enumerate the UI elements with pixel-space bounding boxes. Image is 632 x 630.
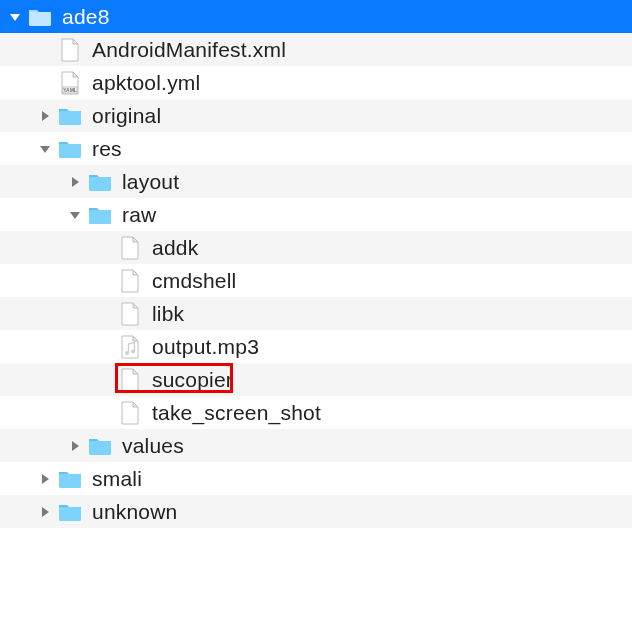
svg-rect-19 — [59, 507, 81, 521]
svg-rect-9 — [89, 177, 111, 191]
disclosure-closed-icon[interactable] — [38, 109, 52, 123]
tree-row-label: raw — [122, 203, 156, 227]
svg-marker-10 — [70, 212, 80, 219]
tree-row[interactable]: addk — [0, 231, 632, 264]
indent — [8, 478, 38, 479]
svg-marker-0 — [10, 14, 20, 21]
svg-rect-15 — [89, 441, 111, 455]
tree-row[interactable]: unknown — [0, 495, 632, 528]
folder-icon — [88, 170, 112, 194]
tree-row-label: values — [122, 434, 184, 458]
file-icon — [118, 302, 142, 326]
svg-rect-1 — [29, 12, 51, 26]
indent — [8, 247, 98, 248]
svg-rect-7 — [59, 144, 81, 158]
file-icon — [118, 236, 142, 260]
tree-row-label: libk — [152, 302, 184, 326]
file-icon — [118, 401, 142, 425]
folder-icon — [88, 203, 112, 227]
indent — [8, 412, 98, 413]
svg-marker-6 — [40, 146, 50, 153]
tree-row[interactable]: original — [0, 99, 632, 132]
yaml-file-icon: YAML — [58, 71, 82, 95]
svg-marker-18 — [42, 507, 49, 517]
disclosure-closed-icon[interactable] — [68, 439, 82, 453]
tree-row-label: layout — [122, 170, 179, 194]
file-icon — [118, 269, 142, 293]
tree-row[interactable]: AndroidManifest.xml — [0, 33, 632, 66]
folder-icon — [88, 434, 112, 458]
indent — [8, 49, 38, 50]
folder-icon — [58, 467, 82, 491]
indent — [8, 148, 38, 149]
tree-row[interactable]: output.mp3 — [0, 330, 632, 363]
indent — [8, 280, 98, 281]
tree-row-label: res — [92, 137, 122, 161]
tree-row[interactable]: libk — [0, 297, 632, 330]
svg-marker-8 — [72, 177, 79, 187]
disclosure-closed-icon[interactable] — [38, 472, 52, 486]
folder-icon — [28, 5, 52, 29]
svg-marker-14 — [72, 441, 79, 451]
tree-row[interactable]: YAML apktool.yml — [0, 66, 632, 99]
tree-row-label: AndroidManifest.xml — [92, 38, 286, 62]
tree-row[interactable]: smali — [0, 462, 632, 495]
tree-row[interactable]: values — [0, 429, 632, 462]
indent — [8, 313, 98, 314]
disclosure-open-icon[interactable] — [8, 10, 22, 24]
indent — [8, 346, 98, 347]
svg-rect-5 — [59, 111, 81, 125]
folder-icon — [58, 500, 82, 524]
tree-row-label: ade8 — [62, 5, 110, 29]
tree-row-label: take_screen_shot — [152, 401, 321, 425]
tree-row-label: unknown — [92, 500, 177, 524]
svg-text:YAML: YAML — [63, 86, 77, 92]
indent — [8, 181, 68, 182]
disclosure-closed-icon[interactable] — [68, 175, 82, 189]
svg-rect-11 — [89, 210, 111, 224]
file-icon — [118, 368, 142, 392]
indent — [8, 511, 38, 512]
tree-row-label: apktool.yml — [92, 71, 200, 95]
indent — [8, 445, 68, 446]
tree-row[interactable]: ade8 — [0, 0, 632, 33]
indent — [8, 214, 68, 215]
tree-row-label: cmdshell — [152, 269, 236, 293]
file-tree: ade8 AndroidManifest.xml YAML apktool.ym… — [0, 0, 632, 528]
tree-row-label: original — [92, 104, 161, 128]
file-icon — [58, 38, 82, 62]
disclosure-open-icon[interactable] — [68, 208, 82, 222]
tree-row[interactable]: take_screen_shot — [0, 396, 632, 429]
indent — [8, 82, 38, 83]
tree-row-label: smali — [92, 467, 142, 491]
folder-icon — [58, 137, 82, 161]
tree-row[interactable]: layout — [0, 165, 632, 198]
audio-file-icon — [118, 335, 142, 359]
disclosure-open-icon[interactable] — [38, 142, 52, 156]
disclosure-closed-icon[interactable] — [38, 505, 52, 519]
tree-row[interactable]: raw — [0, 198, 632, 231]
tree-row-label: output.mp3 — [152, 335, 259, 359]
tree-row[interactable]: res — [0, 132, 632, 165]
indent — [8, 115, 38, 116]
tree-row[interactable]: sucopier — [0, 363, 632, 396]
tree-row-label: sucopier — [152, 368, 233, 392]
tree-row-label: addk — [152, 236, 198, 260]
folder-icon — [58, 104, 82, 128]
svg-marker-16 — [42, 474, 49, 484]
tree-row[interactable]: cmdshell — [0, 264, 632, 297]
svg-rect-17 — [59, 474, 81, 488]
indent — [8, 379, 98, 380]
svg-marker-4 — [42, 111, 49, 121]
